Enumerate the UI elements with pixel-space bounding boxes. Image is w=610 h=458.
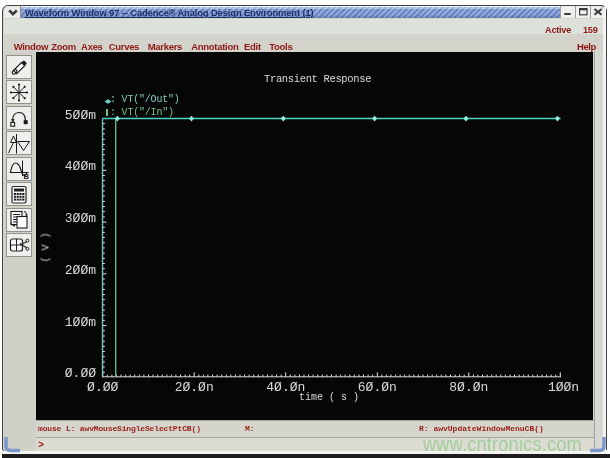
svg-text:B: B: [24, 172, 30, 179]
